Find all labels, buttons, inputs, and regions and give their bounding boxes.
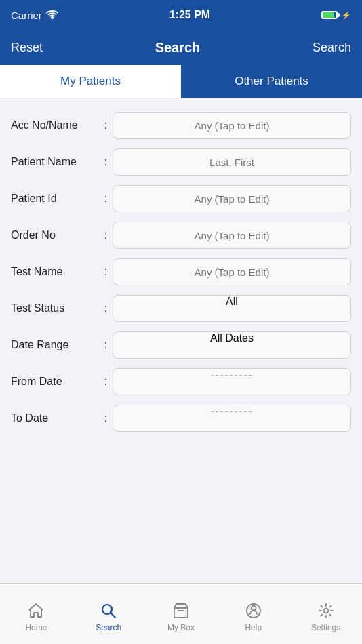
patient-name-row: Patient Name :	[11, 148, 351, 176]
from-date-row: From Date : ---------	[11, 368, 351, 395]
home-icon	[26, 601, 45, 620]
nav-search-button[interactable]: Search	[313, 41, 351, 55]
status-left: Carrier	[11, 9, 58, 21]
svg-line-2	[111, 613, 116, 618]
test-status-row: Test Status : All	[11, 295, 351, 322]
acc-no-name-label: Acc No/Name	[11, 119, 99, 132]
search-tab-label: Search	[96, 623, 121, 632]
to-date-label: To Date	[11, 412, 99, 424]
test-status-selector[interactable]: All	[113, 295, 351, 322]
tab-my-patients[interactable]: My Patients	[0, 65, 181, 98]
svg-rect-3	[174, 608, 188, 618]
bottom-tab-help[interactable]: Help	[217, 596, 289, 632]
to-date-row: To Date : ---------	[11, 405, 351, 432]
test-status-colon: :	[99, 302, 113, 315]
tab-other-patients[interactable]: Other Patients	[181, 65, 362, 98]
from-date-colon: :	[99, 376, 113, 388]
order-no-input[interactable]	[113, 222, 351, 249]
date-range-label: Date Range	[11, 339, 99, 351]
order-no-row: Order No :	[11, 222, 351, 249]
bottom-tab-settings[interactable]: Settings	[289, 596, 362, 632]
svg-point-6	[323, 608, 328, 613]
test-name-label: Test Name	[11, 266, 99, 278]
nav-bar: Reset Search Search	[0, 30, 362, 65]
patient-id-colon: :	[99, 193, 113, 205]
help-tab-label: Help	[245, 623, 262, 632]
test-name-row: Test Name :	[11, 258, 351, 285]
home-tab-label: Home	[25, 623, 47, 632]
battery-icon	[321, 11, 338, 19]
date-range-colon: :	[99, 339, 113, 351]
svg-point-0	[52, 16, 53, 18]
search-icon	[99, 601, 118, 620]
patient-id-label: Patient Id	[11, 193, 99, 205]
bolt-icon: ⚡	[342, 11, 351, 20]
date-range-selector[interactable]: All Dates	[113, 331, 351, 359]
settings-tab-label: Settings	[311, 623, 340, 632]
search-form: Acc No/Name : Patient Name : Patient Id …	[0, 112, 362, 432]
patient-name-colon: :	[99, 156, 113, 168]
date-range-row: Date Range : All Dates	[11, 331, 351, 359]
test-name-input[interactable]	[113, 258, 351, 285]
from-date-picker[interactable]: ---------	[113, 368, 351, 395]
svg-point-5	[251, 605, 256, 610]
patient-id-row: Patient Id :	[11, 185, 351, 212]
wifi-icon	[46, 9, 58, 21]
reset-button[interactable]: Reset	[11, 41, 43, 55]
my-box-icon	[172, 601, 190, 620]
bottom-tab-home[interactable]: Home	[0, 596, 73, 632]
bottom-tab-my-box[interactable]: My Box	[145, 596, 218, 632]
nav-title: Search	[155, 40, 201, 56]
carrier-label: Carrier	[11, 9, 42, 21]
acc-no-name-colon: :	[99, 119, 113, 132]
from-date-label: From Date	[11, 376, 99, 388]
bottom-tab-bar: Home Search My Box	[0, 583, 362, 644]
my-box-tab-label: My Box	[167, 623, 195, 632]
to-date-picker[interactable]: ---------	[113, 405, 351, 432]
acc-no-name-input[interactable]	[113, 112, 351, 139]
acc-no-name-row: Acc No/Name :	[11, 112, 351, 139]
help-icon	[244, 601, 263, 620]
patient-name-label: Patient Name	[11, 156, 99, 168]
patient-id-input[interactable]	[113, 185, 351, 212]
bottom-tab-search[interactable]: Search	[73, 596, 145, 632]
test-status-label: Test Status	[11, 302, 99, 315]
to-date-colon: :	[99, 412, 113, 424]
order-no-colon: :	[99, 229, 113, 241]
patient-name-input[interactable]	[113, 148, 351, 176]
tab-bar: My Patients Other Patients	[0, 65, 362, 98]
settings-icon	[317, 601, 336, 620]
divider	[0, 98, 362, 112]
status-right: ⚡	[321, 11, 351, 20]
status-bar: Carrier 1:25 PM ⚡	[0, 0, 362, 30]
status-time: 1:25 PM	[169, 9, 210, 21]
test-name-colon: :	[99, 266, 113, 278]
order-no-label: Order No	[11, 229, 99, 241]
